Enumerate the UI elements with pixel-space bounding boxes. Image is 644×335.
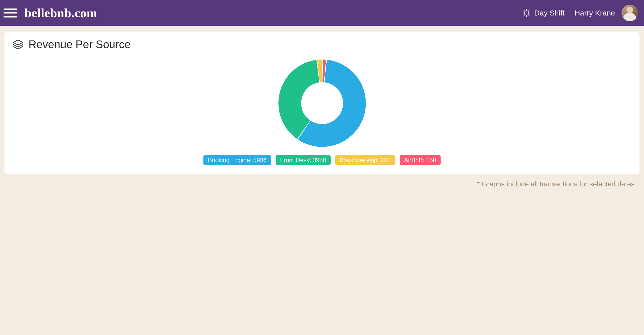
svg-line-8 — [524, 15, 524, 16]
sun-icon — [522, 9, 531, 17]
footnote: * Graphs include all transactions for se… — [0, 176, 644, 193]
legend-item[interactable]: Booking Engine: 5936 — [204, 155, 271, 165]
avatar[interactable] — [622, 5, 638, 21]
svg-marker-9 — [13, 40, 23, 45]
revenue-card: Revenue Per Source Booking Engine: 5936F… — [4, 32, 640, 174]
legend-item[interactable]: Front Desk: 3950 — [276, 155, 330, 165]
layers-icon — [12, 38, 24, 50]
svg-line-5 — [524, 10, 524, 11]
svg-line-7 — [528, 10, 529, 11]
shift-indicator[interactable]: Day Shift — [522, 9, 565, 17]
brand-logo[interactable]: bellebnb.com — [24, 6, 97, 20]
legend-item[interactable]: BookNow App: 210 — [335, 155, 395, 165]
svg-point-0 — [524, 11, 529, 15]
chart-legend: Booking Engine: 5936Front Desk: 3950Book… — [12, 155, 632, 165]
menu-button[interactable] — [4, 8, 17, 18]
donut-chart — [12, 56, 632, 151]
card-header: Revenue Per Source — [12, 38, 632, 51]
legend-item[interactable]: AirBnB: 150 — [400, 155, 440, 165]
app-header: bellebnb.com Day Shift Harry Krane — [0, 0, 644, 26]
card-title: Revenue Per Source — [28, 38, 130, 51]
shift-label: Day Shift — [534, 9, 565, 17]
svg-line-6 — [528, 15, 529, 16]
user-name[interactable]: Harry Krane — [574, 9, 615, 17]
